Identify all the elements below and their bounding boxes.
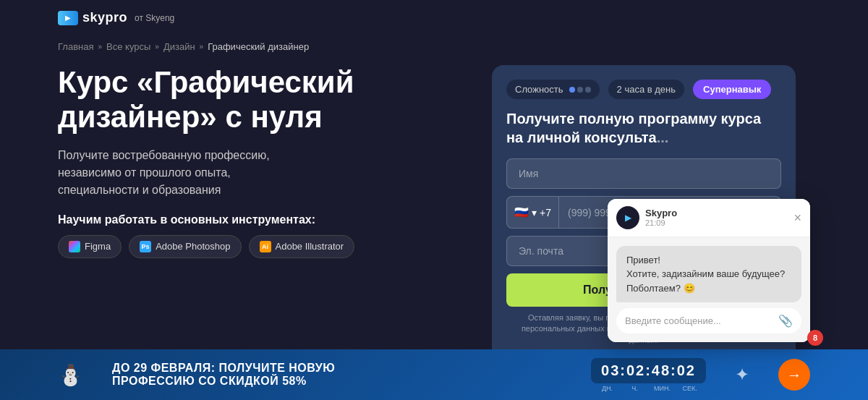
time-label: 2 часа в день xyxy=(617,84,676,95)
subtitle-line2: независимо от прошлого опыта, xyxy=(58,166,231,179)
chat-info: Skypro 21:09 xyxy=(645,208,677,227)
chat-close-button[interactable]: × xyxy=(793,211,801,224)
chat-time: 21:09 xyxy=(645,218,677,227)
figma-icon xyxy=(69,241,80,252)
logo-text: skypro xyxy=(82,10,127,25)
bottom-banner: ⛄ ДО 29 ФЕВРАЛЯ: ПОЛУЧИТЕ НОВУЮ ПРОФЕССИ… xyxy=(0,349,868,400)
flag-icon: 🇷🇺 xyxy=(514,205,529,219)
course-subtitle: Получите востребованную профессию, незав… xyxy=(58,147,463,199)
figma-label: Figma xyxy=(85,241,111,252)
timer-labels: ДН. Ч. МИН. СЕК. xyxy=(597,385,701,392)
form-title: Получите полную программу курсана личной… xyxy=(506,109,781,147)
snow-decor: ⛄ xyxy=(58,363,83,387)
banner-title-line1: ДО 29 ФЕВРАЛЯ: ПОЛУЧИТЕ НОВУЮ xyxy=(112,362,569,375)
tool-figma[interactable]: Figma xyxy=(58,235,122,258)
chat-avatar: ▶ xyxy=(616,206,639,229)
separator: » xyxy=(155,43,159,51)
logo[interactable]: ▶ skypro от Skyeng xyxy=(58,10,174,25)
subtitle-line3: специальности и образования xyxy=(58,184,221,196)
timer-label-days: ДН. xyxy=(597,385,618,392)
chat-bubble: Привет!Хотите, задизайним ваше будущее?П… xyxy=(616,246,801,303)
from-skyeng-label: от Skyeng xyxy=(135,13,174,23)
breadcrumb-courses[interactable]: Все курсы xyxy=(106,41,150,52)
tool-illustrator[interactable]: Ai Adobe Illustrator xyxy=(249,235,355,258)
banner-text: ДО 29 ФЕВРАЛЯ: ПОЛУЧИТЕ НОВУЮ ПРОФЕССИЮ … xyxy=(112,362,569,388)
breadcrumb-current: Графический дизайнер xyxy=(208,41,309,52)
complexity-row: Сложность 2 часа в день Супернавык xyxy=(506,80,781,99)
superskill-label: Супернавык xyxy=(703,84,761,95)
timer-section: 03:02:48:02 ДН. Ч. МИН. СЕК. xyxy=(591,358,706,392)
notification-badge[interactable]: 8 xyxy=(807,330,823,346)
header: ▶ skypro от Skyeng xyxy=(0,0,868,35)
timer-display: 03:02:48:02 xyxy=(591,358,706,383)
tool-photoshop[interactable]: Ps Adobe Photoshop xyxy=(129,235,241,258)
phone-prefix[interactable]: 🇷🇺 ▾ +7 xyxy=(507,197,559,228)
chat-name: Skypro xyxy=(645,208,677,218)
photoshop-icon: Ps xyxy=(140,241,151,252)
chat-body: Привет!Хотите, задизайним ваше будущее?П… xyxy=(608,237,810,343)
timer-label-secs: СЕК. xyxy=(679,385,701,392)
tools-label: Научим работать в основных инструментах: xyxy=(58,213,463,226)
logo-icon: ▶ xyxy=(58,11,78,25)
breadcrumb: Главная » Все курсы » Дизайн » Графическ… xyxy=(0,35,868,58)
phone-code: ▾ xyxy=(532,207,537,218)
chat-popup: ▶ Skypro 21:09 × Привет!Хотите, задизайн… xyxy=(608,199,810,343)
hero-left: Курс «Графический дизайнер» с нуля Получ… xyxy=(58,65,463,360)
name-input[interactable] xyxy=(506,158,781,189)
separator: » xyxy=(200,43,204,51)
dot-2 xyxy=(577,87,583,93)
dot-3 xyxy=(585,87,591,93)
attach-icon[interactable]: 📎 xyxy=(778,314,793,328)
tools-list: Figma Ps Adobe Photoshop Ai Adobe Illust… xyxy=(58,235,463,258)
chat-header: ▶ Skypro 21:09 × xyxy=(608,199,810,237)
complexity-label: Сложность xyxy=(515,84,563,95)
illustrator-label: Adobe Illustrator xyxy=(276,241,344,252)
plus7: +7 xyxy=(540,207,551,218)
time-badge: 2 часа в день xyxy=(608,80,684,99)
superskill-badge: Супернавык xyxy=(693,80,771,99)
complexity-badge: Сложность xyxy=(506,80,600,99)
chat-input[interactable] xyxy=(625,315,774,326)
banner-title-line2: ПРОФЕССИЮ СО СКИДКОЙ 58% xyxy=(112,375,569,388)
star-decor: ✦ xyxy=(735,365,749,385)
separator: » xyxy=(98,43,102,51)
difficulty-dots xyxy=(569,87,591,93)
notif-count: 8 xyxy=(813,333,817,342)
arrow-icon: → xyxy=(787,367,801,383)
photoshop-label: Adobe Photoshop xyxy=(156,241,230,252)
breadcrumb-design[interactable]: Дизайн xyxy=(163,41,195,52)
banner-cta-button[interactable]: → xyxy=(778,359,810,391)
timer-label-hours: Ч. xyxy=(624,385,646,392)
course-title: Курс «Графический дизайнер» с нуля xyxy=(58,65,463,135)
dot-1 xyxy=(569,87,575,93)
illustrator-icon: Ai xyxy=(260,241,271,252)
chat-input-row: 📎 xyxy=(616,308,801,333)
breadcrumb-home[interactable]: Главная xyxy=(58,41,93,52)
subtitle-line1: Получите востребованную профессию, xyxy=(58,149,270,161)
timer-label-mins: МИН. xyxy=(652,385,673,392)
